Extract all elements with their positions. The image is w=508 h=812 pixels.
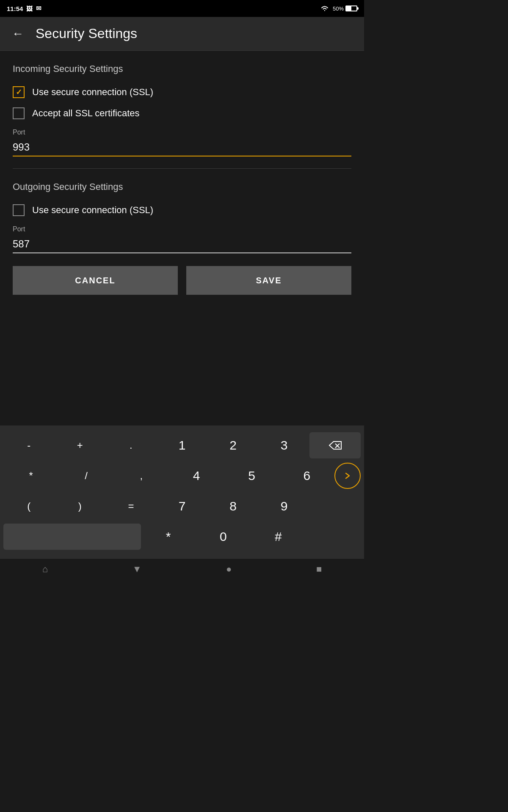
key-asterisk[interactable]: *: [3, 463, 58, 489]
bottom-nav: ⌂ ▼ ● ■: [0, 558, 364, 579]
key-3[interactable]: 3: [259, 432, 310, 458]
key-4[interactable]: 4: [169, 463, 224, 489]
key-plus[interactable]: +: [55, 432, 106, 458]
battery-percent: 50%: [333, 5, 344, 12]
incoming-cert-checkbox[interactable]: [13, 107, 25, 119]
incoming-section-title: Incoming Security Settings: [13, 63, 351, 74]
key-1[interactable]: 1: [157, 432, 208, 458]
incoming-port-label: Port: [13, 129, 351, 136]
key-star[interactable]: *: [141, 524, 196, 550]
key-next[interactable]: [334, 463, 361, 489]
main-content: Incoming Security Settings Use secure co…: [0, 51, 364, 307]
next-icon: [343, 472, 352, 480]
battery-container: 50%: [333, 5, 357, 12]
keyboard-row-1: - + . 1 2 3: [3, 432, 361, 458]
nav-square-icon[interactable]: ■: [316, 564, 322, 575]
outgoing-port-group: Port: [13, 225, 351, 253]
key-hash[interactable]: #: [251, 524, 306, 550]
top-bar: ← Security Settings: [0, 17, 364, 51]
incoming-ssl-checkbox[interactable]: [13, 86, 25, 98]
status-bar-right: 50%: [320, 5, 357, 12]
backspace-icon: [329, 441, 342, 450]
key-backspace[interactable]: [309, 432, 361, 458]
key-comma[interactable]: ,: [114, 463, 169, 489]
incoming-section: Incoming Security Settings Use secure co…: [13, 63, 351, 156]
key-8[interactable]: 8: [207, 493, 259, 519]
outgoing-ssl-row[interactable]: Use secure connection (SSL): [13, 204, 351, 216]
key-open-paren[interactable]: (: [3, 493, 55, 519]
incoming-cert-row[interactable]: Accept all SSL certificates: [13, 107, 351, 119]
outgoing-section: Outgoing Security Settings Use secure co…: [13, 181, 351, 253]
key-9[interactable]: 9: [259, 493, 310, 519]
incoming-cert-label: Accept all SSL certificates: [32, 108, 140, 119]
key-equals[interactable]: =: [105, 493, 157, 519]
mail-icon: ✉: [36, 5, 41, 12]
key-empty-2: [306, 524, 361, 550]
outgoing-section-title: Outgoing Security Settings: [13, 181, 351, 192]
nav-back-icon[interactable]: ▼: [133, 564, 142, 575]
outgoing-ssl-label: Use secure connection (SSL): [32, 205, 153, 216]
keyboard-row-2: * / , 4 5 6: [3, 463, 361, 489]
status-bar: 11:54 🖼 ✉ 50%: [0, 0, 364, 17]
key-6[interactable]: 6: [279, 463, 334, 489]
back-button[interactable]: ←: [8, 25, 27, 43]
keyboard-row-3: ( ) = 7 8 9: [3, 493, 361, 519]
incoming-ssl-row[interactable]: Use secure connection (SSL): [13, 86, 351, 98]
wifi-icon: [320, 5, 329, 12]
save-button[interactable]: SAVE: [186, 266, 351, 295]
cancel-button[interactable]: CANCEL: [13, 266, 178, 295]
incoming-ssl-label: Use secure connection (SSL): [32, 87, 153, 98]
key-empty-1: [309, 493, 361, 519]
outgoing-ssl-checkbox[interactable]: [13, 204, 25, 216]
keyboard-row-4: * 0 #: [3, 524, 361, 550]
key-7[interactable]: 7: [157, 493, 208, 519]
button-row: CANCEL SAVE: [13, 266, 351, 295]
battery-icon: [345, 5, 357, 11]
key-5[interactable]: 5: [224, 463, 279, 489]
key-minus[interactable]: -: [3, 432, 55, 458]
nav-home-icon[interactable]: ⌂: [42, 564, 48, 575]
page-title: Security Settings: [36, 26, 137, 41]
image-icon: 🖼: [26, 5, 33, 12]
key-close-paren[interactable]: ): [55, 493, 106, 519]
keyboard: - + . 1 2 3 * / , 4 5 6 ( ) = 7: [0, 425, 364, 558]
svg-marker-0: [329, 442, 341, 449]
incoming-port-input[interactable]: [13, 139, 351, 156]
battery-fill: [346, 6, 351, 11]
outgoing-port-input[interactable]: [13, 236, 351, 253]
nav-circle-icon[interactable]: ●: [226, 564, 232, 575]
outgoing-port-label: Port: [13, 225, 351, 233]
key-slash[interactable]: /: [58, 463, 113, 489]
key-0[interactable]: 0: [196, 524, 251, 550]
status-bar-left: 11:54 🖼 ✉: [7, 5, 41, 12]
incoming-port-group: Port: [13, 129, 351, 156]
section-divider: [13, 168, 351, 169]
time-display: 11:54: [7, 5, 23, 12]
key-2[interactable]: 2: [207, 432, 259, 458]
key-space[interactable]: [3, 524, 141, 550]
key-dot[interactable]: .: [105, 432, 157, 458]
